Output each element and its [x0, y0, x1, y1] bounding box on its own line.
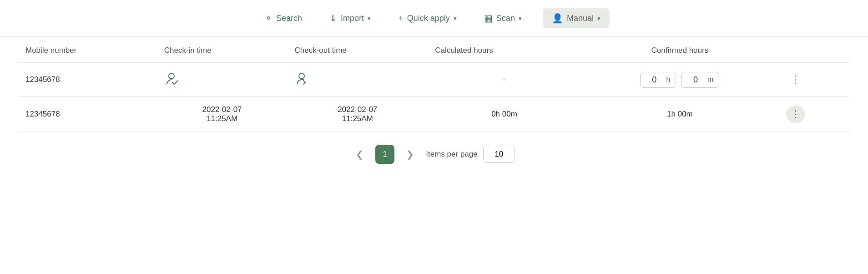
checkin-icon [164, 71, 179, 86]
row-actions: ⋮ [779, 63, 850, 97]
minutes-input-group: m [681, 72, 719, 88]
quick-apply-button[interactable]: + Quick apply ▾ [392, 10, 463, 27]
col-calculated: Calculated hours [428, 37, 581, 63]
col-actions [779, 37, 850, 63]
calculated-hours: - [428, 63, 581, 97]
more-options-button-active[interactable]: ⋮ [786, 106, 805, 123]
quick-apply-icon: + [398, 13, 404, 24]
col-confirmed: Confirmed hours [581, 37, 779, 63]
current-page-button[interactable]: 1 [375, 145, 394, 164]
mobile-number: 12345678 [18, 63, 157, 97]
hours-input-group: h [640, 72, 676, 88]
hours-unit: h [666, 76, 670, 84]
manual-button[interactable]: 👤 Manual ▾ [543, 8, 610, 28]
items-per-page-label: Items per page [426, 150, 477, 159]
import-button[interactable]: ⇓ Import ▾ [323, 9, 377, 27]
checkout-icon [294, 71, 309, 86]
checkout-time: 2022-02-0711:25AM [287, 97, 428, 132]
svg-point-0 [169, 73, 174, 79]
scan-label: Scan [496, 14, 515, 23]
table-header-row: Mobile number Check-in time Check-out ti… [18, 37, 850, 63]
mobile-number: 12345678 [18, 97, 157, 132]
manual-user-icon: 👤 [552, 13, 563, 24]
confirmed-hours: h m [581, 63, 779, 97]
col-mobile: Mobile number [18, 37, 157, 63]
items-per-page-input[interactable] [483, 146, 515, 163]
col-checkin: Check-in time [157, 37, 288, 63]
import-label: Import [341, 14, 364, 23]
search-icon: ⚬ [265, 13, 273, 24]
more-options-button[interactable]: ⋮ [786, 71, 805, 88]
minutes-input[interactable] [687, 75, 704, 85]
manual-chevron-icon: ▾ [597, 15, 601, 22]
toolbar: ⚬ Search ⇓ Import ▾ + Quick apply ▾ ▦ Sc… [0, 0, 868, 37]
col-checkout: Check-out time [287, 37, 428, 63]
items-per-page-container: Items per page [426, 146, 515, 163]
search-button[interactable]: ⚬ Search [258, 9, 308, 27]
table-row: 12345678 [18, 63, 850, 97]
pagination: ❮ 1 ❯ Items per page [0, 132, 868, 177]
manual-label: Manual [567, 14, 594, 23]
import-icon: ⇓ [329, 13, 337, 24]
table-container: Mobile number Check-in time Check-out ti… [0, 37, 868, 132]
next-page-button[interactable]: ❯ [404, 146, 417, 162]
checkout-time [287, 63, 428, 97]
svg-point-1 [299, 73, 304, 79]
checkin-time: 2022-02-0711:25AM [157, 97, 288, 132]
row-actions: ⋮ [779, 97, 850, 132]
prev-page-button[interactable]: ❮ [353, 146, 366, 162]
table-row: 12345678 2022-02-0711:25AM 2022-02-0711:… [18, 97, 850, 132]
quick-apply-label: Quick apply [407, 14, 450, 23]
scan-chevron-icon: ▾ [519, 15, 522, 22]
scan-button[interactable]: ▦ Scan ▾ [478, 9, 528, 27]
hours-input[interactable] [646, 75, 662, 85]
calculated-hours: 0h 00m [428, 97, 581, 132]
attendance-table: Mobile number Check-in time Check-out ti… [18, 37, 850, 132]
minutes-unit: m [707, 76, 713, 84]
confirmed-hours: 1h 00m [581, 97, 779, 132]
quick-apply-chevron-icon: ▾ [454, 15, 457, 22]
scan-icon: ▦ [484, 13, 493, 24]
import-chevron-icon: ▾ [368, 15, 371, 22]
checkin-time [157, 63, 288, 97]
search-label: Search [276, 14, 302, 23]
